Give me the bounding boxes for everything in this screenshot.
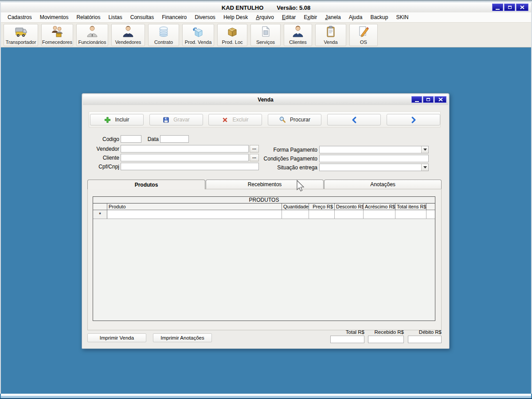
debito-input[interactable]: [408, 336, 442, 343]
toolbar-button-vendedores[interactable]: Vendedores: [111, 24, 145, 46]
toolbar-button-os[interactable]: OS: [349, 24, 378, 46]
dialog-maximize-button[interactable]: [423, 96, 434, 103]
forma-pagamento-select[interactable]: [319, 146, 429, 153]
menu-item-relatorios[interactable]: Relatórios: [72, 14, 104, 20]
imprimir-venda-button[interactable]: Imprimir Venda: [87, 333, 146, 342]
close-icon: [520, 5, 524, 9]
vendedor-input[interactable]: [121, 145, 249, 153]
tab-recebimentos[interactable]: Recebimentos: [206, 180, 324, 189]
total-input[interactable]: [330, 336, 364, 343]
main-titlebar: KAD ENTULHO Versão: 5.08: [1, 3, 531, 12]
products-grid: PRODUTOS Produto Quantidade Preço R$ Des…: [93, 196, 435, 321]
cliente-input[interactable]: [121, 154, 249, 161]
maximize-button[interactable]: [504, 4, 515, 11]
dropdown-button[interactable]: [421, 146, 428, 153]
window-left-border: [0, 3, 1, 394]
close-button[interactable]: [516, 4, 528, 11]
toolbar-button-prod-venda[interactable]: Prod. Venda: [182, 24, 214, 46]
cpf-cnpj-input[interactable]: [121, 163, 259, 170]
tab-produtos[interactable]: Produtos: [87, 180, 205, 189]
dialog-window-controls: [411, 96, 446, 103]
cliente-label: Cliente: [88, 155, 119, 161]
menu-item-financeiro[interactable]: Financeiro: [158, 14, 191, 20]
toolbar-button-prod-loc[interactable]: Prod. Loc: [217, 24, 247, 46]
cell-preco[interactable]: [309, 210, 335, 219]
imprimir-venda-label: Imprimir Venda: [100, 335, 134, 340]
toolbar-label: Vendedores: [115, 39, 141, 45]
toolbar-button-servicos[interactable]: Serviços: [250, 24, 281, 46]
tab-anotacoes[interactable]: Anotações: [324, 180, 442, 189]
tab-label: Recebimentos: [248, 181, 282, 188]
service-order-icon: [357, 25, 370, 38]
imprimir-anotacoes-button[interactable]: Imprimir Anotações: [153, 333, 212, 342]
forma-pagamento-label: Forma Pagamento: [255, 147, 317, 153]
menu-item-exibir[interactable]: Exibir: [300, 14, 321, 20]
condicoes-pagamento-input[interactable]: [319, 155, 429, 162]
toolbar-button-contrato[interactable]: Contrato: [148, 24, 179, 46]
gravar-button[interactable]: Gravar: [149, 114, 203, 125]
next-button[interactable]: [387, 114, 440, 125]
imprimir-anotacoes-label: Imprimir Anotações: [160, 335, 204, 340]
menu-item-skin[interactable]: SKIN: [392, 14, 412, 20]
menu-item-movimentos[interactable]: Movimentos: [36, 14, 73, 20]
menu-item-help-desk[interactable]: Help Desk: [219, 14, 252, 20]
vendedor-label: Vendedor: [88, 146, 119, 152]
recebido-input[interactable]: [368, 336, 404, 343]
grid-group-header: PRODUTOS: [93, 197, 435, 203]
close-icon: [438, 98, 443, 102]
search-icon: [279, 116, 286, 123]
tab-label: Produtos: [135, 182, 158, 188]
data-input[interactable]: [160, 135, 189, 143]
menu-item-backup[interactable]: Backup: [366, 14, 392, 20]
toolbar-button-venda[interactable]: Venda: [315, 24, 346, 46]
cell-desconto[interactable]: [335, 210, 364, 219]
cell-produto[interactable]: [107, 210, 282, 219]
procurar-button[interactable]: Procurar: [268, 114, 321, 125]
menu-item-diversos[interactable]: Diversos: [191, 14, 219, 20]
menu-item-listas[interactable]: Listas: [104, 14, 126, 20]
chevron-down-icon: [423, 149, 427, 151]
excluir-label: Excluir: [232, 117, 248, 123]
procurar-label: Procurar: [290, 117, 310, 123]
toolbar-button-funcionarios[interactable]: Funcionários: [76, 24, 108, 46]
menu-item-cadastros[interactable]: Cadastros: [4, 14, 36, 20]
toolbar-label: Clientes: [289, 39, 307, 45]
menu-item-arquivo[interactable]: Arquivo: [252, 14, 278, 20]
cell-quantidade[interactable]: [282, 210, 309, 219]
data-label: Data: [132, 136, 159, 142]
menu-item-ajuda[interactable]: Ajuda: [345, 14, 367, 20]
toolbar-label: Venda: [324, 39, 337, 45]
previous-button[interactable]: [327, 114, 381, 125]
application-window: KAD ENTULHO Versão: 5.08 Cadastros Movim…: [0, 0, 532, 399]
grid-header-desconto: Desconto R$: [335, 203, 364, 210]
cell-filler: [426, 210, 435, 219]
dialog-close-button[interactable]: [434, 96, 446, 103]
cell-total-itens[interactable]: [395, 210, 426, 219]
grid-header-filler: [426, 203, 435, 210]
grid-header-total-itens: Total itens R$: [395, 203, 426, 210]
situacao-entrega-select[interactable]: [319, 164, 429, 171]
sellers-icon: [121, 25, 135, 38]
dialog-body: Incluir Gravar Excluir: [83, 105, 448, 348]
truck-icon: [14, 25, 27, 38]
dialog-titlebar: Venda: [83, 94, 448, 105]
cell-acrescimo[interactable]: [364, 210, 395, 219]
minimize-button[interactable]: [492, 4, 503, 11]
excluir-button[interactable]: Excluir: [208, 114, 262, 125]
incluir-label: Incluir: [115, 117, 129, 123]
incluir-button[interactable]: Incluir: [90, 114, 144, 125]
dialog-minimize-button[interactable]: [411, 96, 422, 103]
menu-item-consultas[interactable]: Consultas: [126, 14, 158, 20]
grid-header-produto: Produto: [107, 203, 282, 210]
chevron-right-icon: [411, 117, 417, 123]
menu-item-janela[interactable]: Janela: [321, 14, 344, 20]
grid-header-quantidade: Quantidade: [282, 203, 309, 210]
menu-item-editar[interactable]: Editar: [278, 14, 300, 20]
toolbar-button-transportador[interactable]: Transportador: [4, 24, 38, 46]
toolbar-button-clientes[interactable]: Clientes: [284, 24, 312, 46]
toolbar-button-fornecedores[interactable]: Fornecedores: [41, 24, 73, 46]
new-record-indicator: *: [93, 210, 107, 219]
maximize-icon: [426, 98, 430, 101]
dropdown-button[interactable]: [421, 164, 428, 171]
toolbar-label: Funcionários: [78, 39, 106, 45]
